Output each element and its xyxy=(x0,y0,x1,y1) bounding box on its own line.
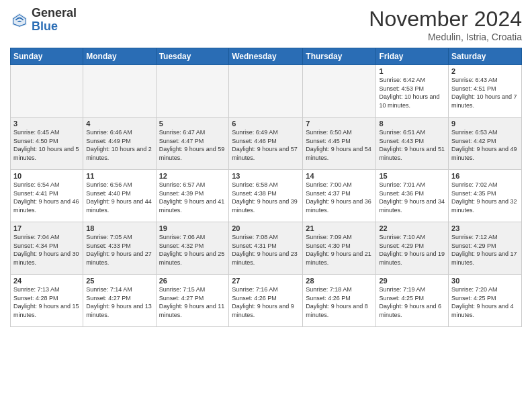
day-number: 23 xyxy=(451,224,519,232)
day-number: 14 xyxy=(306,172,373,180)
day-info: Sunrise: 6:54 AM Sunset: 4:41 PM Dayligh… xyxy=(13,181,80,214)
day-number: 26 xyxy=(159,277,226,285)
day-info: Sunrise: 7:06 AM Sunset: 4:32 PM Dayligh… xyxy=(159,233,226,267)
day-info: Sunrise: 7:04 AM Sunset: 4:34 PM Dayligh… xyxy=(13,233,80,267)
day-number: 21 xyxy=(306,224,373,232)
calendar-cell: 11Sunrise: 6:56 AM Sunset: 4:40 PM Dayli… xyxy=(83,170,156,222)
day-info: Sunrise: 6:49 AM Sunset: 4:46 PM Dayligh… xyxy=(232,128,300,162)
day-info: Sunrise: 7:20 AM Sunset: 4:25 PM Dayligh… xyxy=(451,285,519,319)
calendar-week-2: 10Sunrise: 6:54 AM Sunset: 4:41 PM Dayli… xyxy=(11,170,522,222)
day-info: Sunrise: 6:50 AM Sunset: 4:45 PM Dayligh… xyxy=(306,128,373,162)
col-saturday: Saturday xyxy=(449,48,522,65)
day-info: Sunrise: 6:53 AM Sunset: 4:42 PM Dayligh… xyxy=(451,128,519,162)
calendar-cell: 19Sunrise: 7:06 AM Sunset: 4:32 PM Dayli… xyxy=(156,222,229,275)
calendar-cell: 15Sunrise: 7:01 AM Sunset: 4:36 PM Dayli… xyxy=(376,170,449,222)
calendar-week-0: 1Sunrise: 6:42 AM Sunset: 4:53 PM Daylig… xyxy=(11,65,522,118)
calendar-cell: 29Sunrise: 7:19 AM Sunset: 4:25 PM Dayli… xyxy=(376,275,449,327)
calendar-cell: 27Sunrise: 7:16 AM Sunset: 4:26 PM Dayli… xyxy=(229,275,303,327)
day-number: 7 xyxy=(306,120,373,128)
calendar-cell: 20Sunrise: 7:08 AM Sunset: 4:31 PM Dayli… xyxy=(229,222,303,275)
calendar-cell: 13Sunrise: 6:58 AM Sunset: 4:38 PM Dayli… xyxy=(229,170,303,222)
day-info: Sunrise: 7:00 AM Sunset: 4:37 PM Dayligh… xyxy=(306,181,373,214)
calendar-table: Sunday Monday Tuesday Wednesday Thursday… xyxy=(10,48,522,327)
calendar-cell: 26Sunrise: 7:15 AM Sunset: 4:27 PM Dayli… xyxy=(156,275,229,327)
calendar-cell: 1Sunrise: 6:42 AM Sunset: 4:53 PM Daylig… xyxy=(376,65,449,118)
logo: General Blue xyxy=(10,7,77,34)
day-info: Sunrise: 7:19 AM Sunset: 4:25 PM Dayligh… xyxy=(379,285,445,319)
logo-text: General Blue xyxy=(32,7,77,34)
calendar-week-3: 17Sunrise: 7:04 AM Sunset: 4:34 PM Dayli… xyxy=(11,222,522,275)
calendar-cell: 7Sunrise: 6:50 AM Sunset: 4:45 PM Daylig… xyxy=(303,118,376,170)
day-number: 6 xyxy=(232,120,300,128)
calendar-cell: 17Sunrise: 7:04 AM Sunset: 4:34 PM Dayli… xyxy=(11,222,83,275)
day-info: Sunrise: 6:57 AM Sunset: 4:39 PM Dayligh… xyxy=(159,181,226,214)
calendar-cell xyxy=(303,65,376,118)
calendar-cell: 9Sunrise: 6:53 AM Sunset: 4:42 PM Daylig… xyxy=(449,118,522,170)
day-number: 17 xyxy=(13,224,80,232)
day-number: 24 xyxy=(13,277,80,285)
day-number: 9 xyxy=(451,120,519,128)
day-number: 8 xyxy=(379,120,445,128)
col-wednesday: Wednesday xyxy=(229,48,303,65)
day-number: 22 xyxy=(379,224,445,232)
calendar-cell: 22Sunrise: 7:10 AM Sunset: 4:29 PM Dayli… xyxy=(376,222,449,275)
calendar-cell xyxy=(229,65,303,118)
calendar-cell: 10Sunrise: 6:54 AM Sunset: 4:41 PM Dayli… xyxy=(11,170,83,222)
calendar-cell: 30Sunrise: 7:20 AM Sunset: 4:25 PM Dayli… xyxy=(449,275,522,327)
day-info: Sunrise: 7:18 AM Sunset: 4:26 PM Dayligh… xyxy=(306,285,373,319)
day-info: Sunrise: 7:08 AM Sunset: 4:31 PM Dayligh… xyxy=(232,233,300,267)
day-info: Sunrise: 7:14 AM Sunset: 4:27 PM Dayligh… xyxy=(86,285,152,319)
svg-marker-0 xyxy=(13,13,27,27)
day-number: 4 xyxy=(86,120,152,128)
calendar-cell: 14Sunrise: 7:00 AM Sunset: 4:37 PM Dayli… xyxy=(303,170,376,222)
day-number: 10 xyxy=(13,172,80,180)
day-info: Sunrise: 6:58 AM Sunset: 4:38 PM Dayligh… xyxy=(232,181,300,214)
day-number: 28 xyxy=(306,277,373,285)
day-number: 3 xyxy=(13,120,80,128)
calendar-cell xyxy=(11,65,83,118)
page-container: General Blue November 2024 Medulin, Istr… xyxy=(0,0,532,330)
day-info: Sunrise: 6:51 AM Sunset: 4:43 PM Dayligh… xyxy=(379,128,445,162)
day-number: 19 xyxy=(159,224,226,232)
day-number: 16 xyxy=(451,172,519,180)
calendar-cell: 12Sunrise: 6:57 AM Sunset: 4:39 PM Dayli… xyxy=(156,170,229,222)
day-number: 27 xyxy=(232,277,300,285)
logo-general: General xyxy=(32,6,77,19)
day-info: Sunrise: 7:01 AM Sunset: 4:36 PM Dayligh… xyxy=(379,181,445,214)
day-number: 1 xyxy=(379,67,445,75)
calendar-cell: 24Sunrise: 7:13 AM Sunset: 4:28 PM Dayli… xyxy=(11,275,83,327)
day-info: Sunrise: 7:09 AM Sunset: 4:30 PM Dayligh… xyxy=(306,233,373,267)
location: Medulin, Istria, Croatia xyxy=(369,32,522,42)
day-number: 15 xyxy=(379,172,445,180)
title-block: November 2024 Medulin, Istria, Croatia xyxy=(369,7,522,42)
calendar-cell: 28Sunrise: 7:18 AM Sunset: 4:26 PM Dayli… xyxy=(303,275,376,327)
day-info: Sunrise: 6:45 AM Sunset: 4:50 PM Dayligh… xyxy=(13,128,80,162)
page-header: General Blue November 2024 Medulin, Istr… xyxy=(10,7,522,42)
col-friday: Friday xyxy=(376,48,449,65)
calendar-cell: 8Sunrise: 6:51 AM Sunset: 4:43 PM Daylig… xyxy=(376,118,449,170)
day-number: 2 xyxy=(451,67,519,75)
col-monday: Monday xyxy=(83,48,156,65)
day-info: Sunrise: 7:05 AM Sunset: 4:33 PM Dayligh… xyxy=(86,233,152,267)
col-tuesday: Tuesday xyxy=(156,48,229,65)
logo-blue: Blue xyxy=(32,19,58,33)
day-info: Sunrise: 7:10 AM Sunset: 4:29 PM Dayligh… xyxy=(379,233,445,267)
day-number: 12 xyxy=(159,172,226,180)
col-thursday: Thursday xyxy=(303,48,376,65)
day-info: Sunrise: 6:47 AM Sunset: 4:47 PM Dayligh… xyxy=(159,128,226,162)
calendar-cell: 23Sunrise: 7:12 AM Sunset: 4:29 PM Dayli… xyxy=(449,222,522,275)
day-number: 5 xyxy=(159,120,226,128)
day-info: Sunrise: 7:12 AM Sunset: 4:29 PM Dayligh… xyxy=(451,233,519,267)
day-number: 30 xyxy=(451,277,519,285)
logo-icon xyxy=(10,11,29,30)
day-number: 25 xyxy=(86,277,152,285)
day-info: Sunrise: 7:16 AM Sunset: 4:26 PM Dayligh… xyxy=(232,285,300,319)
day-number: 13 xyxy=(232,172,300,180)
calendar-cell: 2Sunrise: 6:43 AM Sunset: 4:51 PM Daylig… xyxy=(449,65,522,118)
calendar-week-1: 3Sunrise: 6:45 AM Sunset: 4:50 PM Daylig… xyxy=(11,118,522,170)
calendar-cell xyxy=(156,65,229,118)
day-info: Sunrise: 7:02 AM Sunset: 4:35 PM Dayligh… xyxy=(451,181,519,214)
day-info: Sunrise: 7:15 AM Sunset: 4:27 PM Dayligh… xyxy=(159,285,226,319)
calendar-cell: 6Sunrise: 6:49 AM Sunset: 4:46 PM Daylig… xyxy=(229,118,303,170)
calendar-cell: 4Sunrise: 6:46 AM Sunset: 4:49 PM Daylig… xyxy=(83,118,156,170)
